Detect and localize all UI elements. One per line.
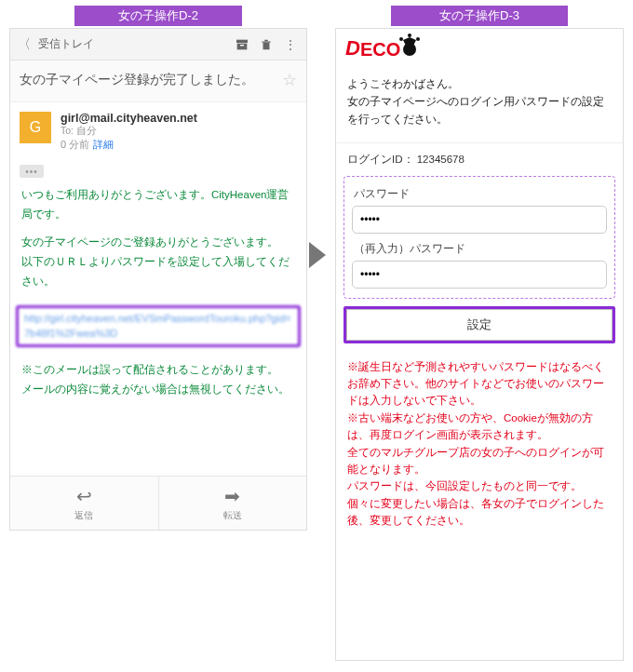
mail-detail-link[interactable]: 詳細: [93, 139, 114, 150]
login-id-label: ログインID：: [347, 154, 414, 165]
svg-point-8: [408, 34, 411, 37]
ellipsis-icon[interactable]: •••: [20, 165, 44, 178]
password-input[interactable]: [352, 206, 607, 234]
forward-label: 転送: [223, 509, 242, 522]
panel-title-right: 女の子操作D-3: [391, 6, 568, 26]
logo-d: D: [345, 36, 360, 60]
forward-icon: ➡: [224, 485, 240, 507]
reply-icon: ↩: [76, 485, 92, 507]
panel-title-left: 女の子操作D-2: [74, 6, 242, 26]
logo-eco: ECO: [360, 39, 400, 60]
welcome-line1: ようこそわかばさん。: [347, 75, 612, 93]
svg-rect-2: [240, 45, 244, 46]
notes-block: ※誕生日など予測されやすいパスワードはなるべくお辞め下さい。他のサイトなどでお使…: [336, 347, 623, 541]
svg-rect-5: [264, 39, 268, 41]
svg-rect-1: [237, 43, 248, 49]
mail-to: To: 自分: [61, 125, 297, 138]
submit-highlight: 設定: [343, 306, 615, 343]
mail-subject-row: 女の子マイページ登録が完了しました。 ☆: [10, 60, 306, 102]
password-url-link[interactable]: http://girl.cityheaven.net/EVSmPasswordT…: [16, 305, 301, 347]
password-confirm-input[interactable]: [352, 261, 607, 289]
flow-arrow-icon: [309, 242, 326, 268]
note-1: ※誕生日など予測されやすいパスワードはなるべくお辞め下さい。他のサイトなどでお使…: [347, 358, 612, 410]
svg-rect-0: [236, 39, 248, 42]
trash-icon[interactable]: [258, 36, 275, 53]
forward-button[interactable]: ➡ 転送: [159, 477, 307, 530]
mail-header: G girl@mail.cityheaven.net To: 自分 0 分前 詳…: [10, 102, 306, 161]
svg-point-9: [416, 37, 420, 41]
mail-action-bar: ↩ 返信 ➡ 転送: [10, 476, 306, 530]
password-label: パスワード: [354, 186, 607, 202]
crown-icon: [400, 40, 421, 60]
archive-icon[interactable]: [234, 36, 250, 53]
reply-button[interactable]: ↩ 返信: [10, 477, 158, 530]
svg-rect-3: [262, 41, 270, 42]
login-id-value: 12345678: [417, 154, 465, 165]
login-id-row: ログインID： 12345678: [336, 143, 623, 170]
svg-rect-4: [263, 42, 270, 49]
inbox-label[interactable]: 受信トレイ: [38, 36, 226, 52]
note-2: ※古い端末などお使いの方や、Cookieが無効の方は、再度ログイン画面が表示され…: [347, 410, 612, 444]
mail-toolbar: 〈 受信トレイ ⋮: [10, 29, 306, 60]
logo: D ECO: [336, 29, 623, 66]
note-5: 個々に変更したい場合は、各女の子でログインした後、変更してください。: [347, 495, 612, 530]
mail-time: 0 分前: [61, 139, 89, 150]
password-confirm-label: （再入力）パスワード: [354, 241, 607, 257]
mail-panel: 〈 受信トレイ ⋮ 女の子マイページ登録が完了しました。 ☆ G girl@ma…: [9, 28, 307, 531]
mail-body-p3: ※このメールは誤って配信されることがあります。 メールの内容に覚えがない場合は無…: [21, 360, 295, 398]
mail-body-p2: 女の子マイページのご登録ありがとうございます。 以下のＵＲＬよりパスワードを設定…: [21, 233, 295, 290]
more-icon[interactable]: ⋮: [282, 36, 299, 53]
back-icon[interactable]: 〈: [18, 36, 31, 53]
mail-body-footer: ※このメールは誤って配信されることがあります。 メールの内容に覚えがない場合は無…: [10, 356, 306, 411]
mail-from: girl@mail.cityheaven.net: [61, 112, 297, 125]
welcome-text: ようこそわかばさん。 女の子マイページへのログイン用パスワードの設定を行ってくだ…: [336, 66, 623, 143]
mail-subject: 女の子マイページ登録が完了しました。: [20, 70, 275, 89]
avatar: G: [20, 112, 51, 143]
mail-body-p1: いつもご利用ありがとうございます。CityHeaven運営局です。: [21, 185, 295, 223]
mail-body: いつもご利用ありがとうございます。CityHeaven運営局です。 女の子マイペ…: [10, 181, 306, 303]
star-icon[interactable]: ☆: [282, 70, 297, 90]
password-block: パスワード （再入力）パスワード: [343, 176, 615, 299]
setup-panel: D ECO ようこそわかばさん。 女の子マイページへのログイン用パスワードの設定…: [335, 28, 624, 661]
svg-point-7: [399, 37, 403, 41]
reply-label: 返信: [74, 509, 93, 522]
welcome-line2: 女の子マイページへのログイン用パスワードの設定を行ってください。: [347, 93, 612, 128]
submit-button[interactable]: 設定: [346, 309, 613, 341]
note-3: 全てのマルチグループ店の女の子へのログインが可能となります。: [347, 444, 612, 478]
note-4: パスワードは、今回設定したものと同一です。: [347, 477, 612, 494]
